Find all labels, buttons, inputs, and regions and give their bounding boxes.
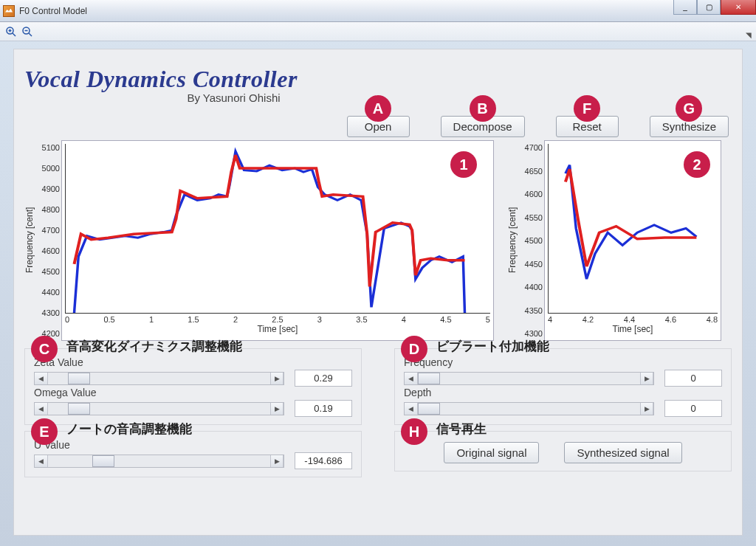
minimize-button[interactable]: _ <box>673 0 697 15</box>
arrow-left-icon[interactable]: ◀ <box>405 373 418 384</box>
main-panel: Vocal Dynamics Controller By Yasunori Oh… <box>13 49 743 536</box>
u-label: U Value <box>34 439 352 451</box>
svg-line-5 <box>29 33 32 36</box>
zeta-value[interactable]: 0.29 <box>295 370 352 387</box>
frequency-value[interactable]: 0 <box>664 370 722 387</box>
app-icon <box>3 5 15 17</box>
arrow-right-icon[interactable]: ▶ <box>270 373 284 384</box>
chart1-ylabel: Frequency [cent] <box>24 140 38 341</box>
omega-value[interactable]: 0.19 <box>295 400 352 417</box>
vibrato-group: D ビブラート付加機能 Frequency ◀ ▶ 0 Depth ◀ <box>394 348 732 425</box>
zoom-out-icon[interactable] <box>21 25 34 38</box>
badge-b: B <box>470 95 496 122</box>
window-buttons: _ ▢ ✕ <box>673 0 756 15</box>
section-c-title: 音高変化ダイナミクス調整機能 <box>66 338 242 355</box>
chart-2[interactable]: Frequency [cent] 47004650460045504500445… <box>507 140 721 341</box>
chart2-xticks: 44.24.44.64.8 <box>548 314 718 324</box>
maximize-button[interactable]: ▢ <box>697 0 721 15</box>
window-titlebar: F0 Control Model _ ▢ ✕ <box>0 0 756 22</box>
section-e-title: ノートの音高調整機能 <box>66 421 192 438</box>
section-d-title: ビブラート付加機能 <box>436 338 549 355</box>
arrow-left-icon[interactable]: ◀ <box>35 403 48 415</box>
badge-1: 1 <box>450 151 477 178</box>
u-value[interactable]: -194.686 <box>295 452 352 469</box>
omega-label: Omega Value <box>34 387 352 398</box>
pitch-dynamics-group: C 音高変化ダイナミクス調整機能 Zeta Value ◀ ▶ 0.29 Ome… <box>24 348 362 425</box>
arrow-right-icon[interactable]: ▶ <box>270 403 284 415</box>
frequency-label: Frequency <box>404 356 722 368</box>
zeta-label: Zeta Value <box>34 356 352 368</box>
arrow-left-icon[interactable]: ◀ <box>35 373 48 384</box>
original-signal-button[interactable]: Original signal <box>444 442 539 463</box>
badge-2: 2 <box>684 151 710 178</box>
playback-group: H 信号再生 Original signal Synthesized signa… <box>394 431 732 471</box>
zeta-slider[interactable]: ◀ ▶ <box>34 372 284 385</box>
byline: By Yasunori Ohishi <box>24 91 347 104</box>
badge-e: E <box>31 418 58 445</box>
svg-line-1 <box>13 33 16 36</box>
depth-slider[interactable]: ◀ ▶ <box>404 402 654 415</box>
toolbar: ◥ <box>0 22 756 41</box>
arrow-right-icon[interactable]: ▶ <box>270 455 284 467</box>
frequency-slider[interactable]: ◀ ▶ <box>404 372 654 385</box>
zoom-in-icon[interactable] <box>4 25 18 38</box>
depth-value[interactable]: 0 <box>664 400 722 417</box>
arrow-right-icon[interactable]: ▶ <box>640 373 653 384</box>
chart1-xticks: 00.511.522.533.544.55 <box>65 314 490 324</box>
arrow-left-icon[interactable]: ◀ <box>35 455 48 467</box>
chart-1[interactable]: Frequency [cent] 51005000490048004700460… <box>24 140 494 341</box>
window-title: F0 Control Model <box>19 6 87 16</box>
section-h-title: 信号再生 <box>436 421 487 438</box>
omega-slider[interactable]: ◀ ▶ <box>34 402 284 415</box>
depth-label: Depth <box>404 387 722 398</box>
close-button[interactable]: ✕ <box>721 0 756 15</box>
badge-c: C <box>31 336 58 362</box>
arrow-left-icon[interactable]: ◀ <box>405 403 418 415</box>
app-title: Vocal Dynamics Controller <box>24 66 347 93</box>
badge-h: H <box>401 418 427 445</box>
toolbar-corner-icon: ◥ <box>746 31 752 39</box>
chart2-yticks: 470046504600455045004450440043504300 <box>520 140 544 341</box>
arrow-right-icon[interactable]: ▶ <box>640 403 653 415</box>
note-pitch-group: E ノートの音高調整機能 U Value ◀ ▶ -194.686 <box>24 431 362 477</box>
chart2-ylabel: Frequency [cent] <box>507 140 520 341</box>
badge-f: F <box>574 95 600 122</box>
u-slider[interactable]: ◀ ▶ <box>34 455 284 468</box>
chart1-yticks: 5100500049004800470046004500440043004200 <box>38 140 61 341</box>
badge-a: A <box>365 95 391 122</box>
synthesized-signal-button[interactable]: Synthesized signal <box>564 442 681 463</box>
badge-d: D <box>401 336 427 362</box>
